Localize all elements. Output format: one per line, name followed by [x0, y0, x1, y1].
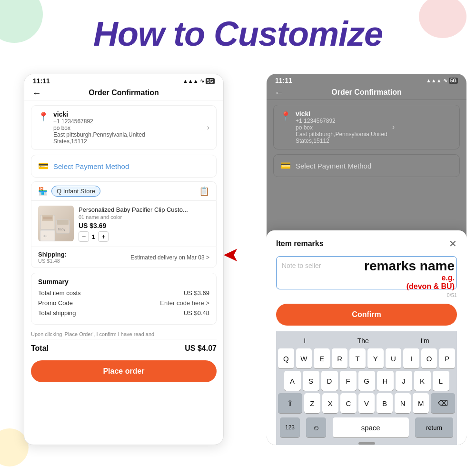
qty-decrease-left[interactable]: −	[79, 231, 89, 242]
back-button-left[interactable]: ←	[32, 88, 41, 99]
item-costs-label: Total item costs	[38, 289, 81, 297]
addr-city-left: East pittsburgh,Pennsylvania,United	[53, 131, 202, 138]
payment-row-left[interactable]: 💳 Select Payment Method	[31, 155, 217, 178]
network-icon: 5G	[206, 78, 215, 84]
place-order-button[interactable]: Place order	[31, 360, 217, 382]
status-icons-left: ▲▲▲ ∿ 5G	[183, 78, 215, 84]
addr-city-right: East pittsburgh,Pennsylvania,United	[296, 131, 387, 138]
key-j[interactable]: J	[396, 371, 412, 391]
address-card-left[interactable]: 📍 vicki +1 1234567892 po box East pittsb…	[31, 105, 217, 150]
nav-bar-left: ← Order Confirmation	[24, 86, 223, 100]
summary-section-left: Summary Total item costs US $3.69 Promo …	[31, 273, 217, 325]
confirm-button[interactable]: Confirm	[276, 304, 457, 326]
back-button-right[interactable]: ←	[274, 87, 284, 98]
key-c[interactable]: C	[340, 393, 357, 413]
svg-rect-2	[43, 217, 52, 219]
key-e[interactable]: E	[314, 348, 330, 368]
total-shipping-value: US $0.48	[184, 309, 209, 317]
example-text: (devon & BU)	[364, 282, 455, 291]
promo-label: Promo Code	[38, 299, 73, 307]
time-right: 11:11	[275, 77, 292, 84]
key-delete[interactable]: ⌫	[431, 393, 455, 413]
key-x[interactable]: X	[322, 393, 338, 413]
svg-rect-4	[57, 220, 69, 225]
addr-line1-right: po box	[296, 124, 387, 131]
key-emoji[interactable]: ☺	[306, 417, 326, 437]
addr-state-right: States,15112	[296, 138, 387, 144]
key-f[interactable]: F	[340, 371, 357, 391]
pin-icon-left: 📍	[38, 111, 49, 122]
key-d[interactable]: D	[321, 371, 338, 391]
payment-text-left: Select Payment Method	[53, 162, 129, 170]
shipping-info-left: Shipping: US $1.48	[38, 251, 67, 264]
note-icon-left[interactable]: 📋	[199, 186, 209, 197]
signal-icon-right: ▲▲▲	[426, 78, 442, 83]
shipping-label-left: Shipping:	[38, 251, 67, 258]
keyboard-row-1: Q W E R T Y U I O P	[278, 348, 455, 368]
store-name-badge[interactable]: Q Infant Store	[51, 186, 100, 197]
key-o[interactable]: O	[421, 348, 437, 368]
summary-promo[interactable]: Promo Code Enter code here >	[38, 299, 209, 307]
suggestion-1[interactable]: I	[300, 336, 309, 346]
key-u[interactable]: U	[386, 348, 402, 368]
qty-increase-left[interactable]: +	[98, 231, 109, 242]
status-icons-right: ▲▲▲ ∿ 5G	[426, 78, 458, 84]
key-numbers[interactable]: 123	[280, 417, 300, 437]
shipping-row-left: Shipping: US $1.48 Estimated delivery on…	[31, 247, 217, 268]
product-variant-left: 01 name and color	[79, 214, 209, 220]
suggestion-3[interactable]: I'm	[416, 336, 433, 346]
qty-control-left: − 1 +	[79, 231, 209, 242]
key-return[interactable]: return	[415, 417, 453, 437]
key-s[interactable]: S	[303, 371, 319, 391]
remarks-name-text: remarks name	[364, 258, 455, 274]
key-m[interactable]: M	[413, 393, 429, 413]
product-name-left: Personalized Baby Pacifier Clip Custo...	[79, 206, 209, 214]
key-q[interactable]: Q	[278, 348, 294, 368]
key-i[interactable]: I	[403, 348, 419, 368]
key-l[interactable]: L	[433, 371, 449, 391]
key-k[interactable]: K	[414, 371, 431, 391]
key-y[interactable]: Y	[367, 348, 384, 368]
key-z[interactable]: Z	[304, 393, 320, 413]
remarks-annotation: remarks name e.g. (devon & BU)	[364, 258, 455, 291]
address-info-right: vicki +1 1234567892 po box East pittsbur…	[296, 110, 387, 144]
wifi-icon-right: ∿	[443, 78, 447, 84]
product-row-left: baby clip Personalized Baby Pacifier Cli…	[31, 201, 217, 247]
key-h[interactable]: H	[377, 371, 394, 391]
modal-title: Item remarks	[276, 239, 324, 248]
modal-close-button[interactable]: ✕	[449, 238, 457, 249]
pin-icon-right: 📍	[280, 111, 291, 121]
network-icon-right: 5G	[449, 78, 458, 84]
bg-shape-pink	[419, 0, 466, 38]
address-card-right[interactable]: 📍 vicki +1 1234567892 po box East pittsb…	[273, 105, 460, 149]
key-space[interactable]: space	[333, 417, 409, 437]
key-w[interactable]: W	[296, 348, 312, 368]
payment-row-right[interactable]: 💳 Select Payment Method	[273, 154, 460, 177]
key-b[interactable]: B	[377, 393, 393, 413]
suggestion-2[interactable]: The	[354, 336, 373, 346]
key-a[interactable]: A	[284, 371, 301, 391]
promo-value: Enter code here >	[160, 299, 209, 307]
keyboard-row-3: ⇧ Z X C V B N M ⌫	[278, 393, 455, 413]
keyboard: I The I'm Q W E R T Y U I O P A S D	[276, 331, 457, 445]
shipping-delivery-left: Estimated delivery on Mar 03 >	[130, 254, 209, 261]
signal-icon: ▲▲▲	[183, 78, 198, 84]
key-p[interactable]: P	[439, 348, 455, 368]
payment-text-right: Select Payment Method	[296, 162, 371, 170]
time-left: 11:11	[33, 77, 50, 85]
phone-left: 11:11 ▲▲▲ ∿ 5G ← Order Confirmation 📍 vi…	[24, 74, 224, 445]
store-left: 🏪 Q Infant Store	[38, 186, 100, 197]
chevron-icon-right: ›	[392, 123, 395, 131]
addr-phone-left: +1 1234567892	[53, 118, 202, 125]
summary-title-left: Summary	[38, 278, 209, 286]
note-counter: 0/51	[276, 292, 457, 298]
key-n[interactable]: N	[395, 393, 411, 413]
key-g[interactable]: G	[358, 371, 375, 391]
total-label-left: Total	[31, 344, 49, 353]
key-shift[interactable]: ⇧	[278, 393, 302, 413]
key-v[interactable]: V	[358, 393, 375, 413]
key-t[interactable]: T	[349, 348, 366, 368]
wifi-icon: ∿	[200, 78, 204, 84]
bg-shape-green	[0, 0, 43, 43]
key-r[interactable]: R	[332, 348, 348, 368]
